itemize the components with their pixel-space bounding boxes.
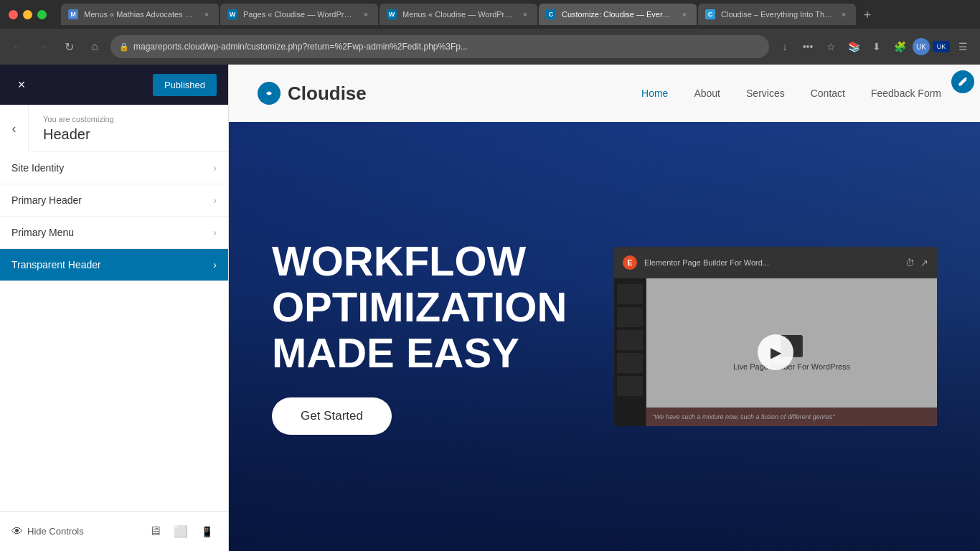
browser-tab-5[interactable]: C Cloudise – Everything Into The Clo... … (698, 4, 856, 25)
chevron-right-icon: › (213, 162, 217, 174)
hero-section: WORKFLOW OPTIMIZATION MADE EASY Get Star… (229, 122, 980, 551)
browser-tab-4[interactable]: C Customize: Cloudise — Everything ... × (539, 4, 697, 25)
customizing-label: You are customizing (43, 115, 217, 123)
mobile-view-button[interactable]: 📱 (197, 522, 217, 542)
address-bar[interactable]: 🔒 magareports.cloud/wp-admin/customize.p… (110, 35, 769, 58)
chevron-right-icon: › (213, 227, 217, 238)
nav-link-about[interactable]: About (684, 82, 730, 105)
extensions-button[interactable]: 🧩 (890, 37, 910, 57)
bookmark-button[interactable]: ☆ (821, 37, 841, 57)
nav-item-label: Transparent Header (11, 259, 101, 270)
tab-title-2: Pages « Cloudise — WordPress (243, 10, 355, 19)
nav-item-label: Primary Header (11, 194, 82, 206)
tab-favicon-5: C (705, 9, 715, 19)
video-clock-icon: ⏱ (905, 258, 915, 268)
nav-item-primary-header[interactable]: Primary Header › (0, 184, 228, 217)
desktop-view-button[interactable]: 🖥 (145, 522, 165, 542)
browser-tab-1[interactable]: M Menus « Mathias Advocates – ... × (61, 4, 219, 25)
site-logo[interactable]: Cloudise (258, 82, 367, 105)
browser-tab-2[interactable]: W Pages « Cloudise — WordPress × (220, 4, 378, 25)
browser-titlebar: M Menus « Mathias Advocates – ... × W Pa… (0, 0, 980, 29)
tab-favicon-2: W (227, 9, 237, 19)
minimize-window-button[interactable] (23, 10, 32, 19)
reload-button[interactable]: ↻ (59, 37, 79, 57)
edit-header-button[interactable] (951, 70, 974, 93)
chevron-right-icon: › (213, 259, 217, 270)
lock-icon: 🔒 (119, 42, 129, 52)
bookmarks-button[interactable]: 📚 (844, 37, 864, 57)
hide-controls-button[interactable]: 👁 Hide Controls (11, 525, 84, 538)
customizer-empty-space (0, 331, 228, 511)
profile-button[interactable]: UK (913, 38, 930, 55)
customizer-footer: 👁 Hide Controls 🖥 ⬜ 📱 (0, 511, 228, 551)
main-area: × Published ‹ You are customizing Header… (0, 65, 980, 551)
tab-title-3: Menus « Cloudise — WordPress (402, 10, 514, 19)
preview-area: Cloudise Home About Services Contact Fee… (229, 65, 980, 551)
tab-close-4[interactable]: × (679, 9, 689, 19)
device-buttons: 🖥 ⬜ 📱 (145, 522, 217, 542)
logo-text: Cloudise (288, 83, 367, 105)
tab-close-2[interactable]: × (361, 9, 371, 19)
customizer-nav: Site Identity › Primary Header › Primary… (0, 152, 228, 331)
tab-close-3[interactable]: × (520, 9, 530, 19)
downloads-button[interactable]: ⬇ (867, 37, 887, 57)
traffic-lights (9, 10, 47, 19)
hero-title: WORKFLOW OPTIMIZATION MADE EASY (272, 238, 614, 375)
browser-tab-3[interactable]: W Menus « Cloudise — WordPress × (380, 4, 537, 25)
video-icons: ⏱ ↗ (905, 258, 928, 268)
nav-item-primary-menu[interactable]: Primary Menu › (0, 217, 228, 249)
site-header: Cloudise Home About Services Contact Fee… (229, 65, 980, 122)
tablet-view-button[interactable]: ⬜ (171, 522, 191, 542)
hero-cta-button[interactable]: Get Started (272, 397, 392, 435)
browser-actions: ↓ ••• ☆ 📚 ⬇ 🧩 UK UK ☰ (775, 37, 973, 57)
video-header: E Elementor Page Builder For Word... ⏱ ↗ (614, 247, 937, 278)
nav-item-transparent-header[interactable]: Transparent Header › (0, 249, 228, 281)
eye-icon: 👁 (11, 525, 23, 538)
menu-button[interactable]: ☰ (953, 37, 973, 57)
customizer-panel: × Published ‹ You are customizing Header… (0, 65, 229, 551)
nav-link-contact[interactable]: Contact (801, 82, 855, 105)
flag-button[interactable]: UK (933, 41, 950, 52)
download-page-button[interactable]: ↓ (775, 37, 795, 57)
video-title: Elementor Page Builder For Word... (644, 258, 898, 267)
tab-close-5[interactable]: × (839, 9, 849, 19)
hero-title-line1: WORKFLOW (272, 237, 526, 284)
url-text: magareports.cloud/wp-admin/customize.php… (133, 42, 760, 52)
hero-video: E Elementor Page Builder For Word... ⏱ ↗ (614, 247, 937, 426)
forward-button[interactable]: → (33, 37, 53, 57)
customizer-breadcrumb-wrapper: ‹ You are customizing Header (0, 105, 228, 152)
site-nav: Home About Services Contact Feedback For… (631, 82, 951, 105)
nav-link-feedback[interactable]: Feedback Form (861, 82, 951, 105)
customizer-close-button[interactable]: × (11, 75, 32, 95)
new-tab-button[interactable]: + (857, 5, 877, 25)
logo-icon (258, 82, 281, 105)
close-window-button[interactable] (9, 10, 18, 19)
play-button[interactable]: ▶ (614, 278, 937, 426)
browser-addressbar: ← → ↻ ⌂ 🔒 magareports.cloud/wp-admin/cus… (0, 29, 980, 65)
chevron-right-icon: › (213, 194, 217, 206)
tab-favicon-3: W (387, 9, 397, 19)
tab-title-1: Menus « Mathias Advocates – ... (84, 10, 196, 19)
video-favicon: E (623, 255, 637, 270)
back-button[interactable]: ← (7, 37, 27, 57)
customizer-breadcrumb: You are customizing Header (32, 105, 228, 152)
chevron-left-icon: ‹ (12, 121, 17, 136)
back-to-customizer-button[interactable]: ‹ (0, 105, 29, 152)
tab-close-1[interactable]: × (202, 9, 212, 19)
tab-favicon-4: C (546, 9, 556, 19)
nav-link-services[interactable]: Services (736, 82, 795, 105)
more-tools-button[interactable]: ••• (798, 37, 818, 57)
maximize-window-button[interactable] (37, 10, 47, 19)
nav-item-label: Site Identity (11, 162, 64, 174)
browser-chrome: M Menus « Mathias Advocates – ... × W Pa… (0, 0, 980, 65)
published-button[interactable]: Published (153, 74, 217, 96)
nav-link-home[interactable]: Home (631, 82, 678, 105)
nav-item-site-identity[interactable]: Site Identity › (0, 152, 228, 184)
tab-title-4: Customize: Cloudise — Everything ... (562, 10, 674, 19)
hero-content: WORKFLOW OPTIMIZATION MADE EASY Get Star… (272, 238, 614, 434)
tab-favicon-1: M (68, 9, 78, 19)
home-button[interactable]: ⌂ (85, 37, 105, 57)
video-share-icon: ↗ (920, 258, 928, 268)
customizing-section-title: Header (43, 126, 217, 143)
tabs-bar: M Menus « Mathias Advocates – ... × W Pa… (61, 4, 971, 25)
